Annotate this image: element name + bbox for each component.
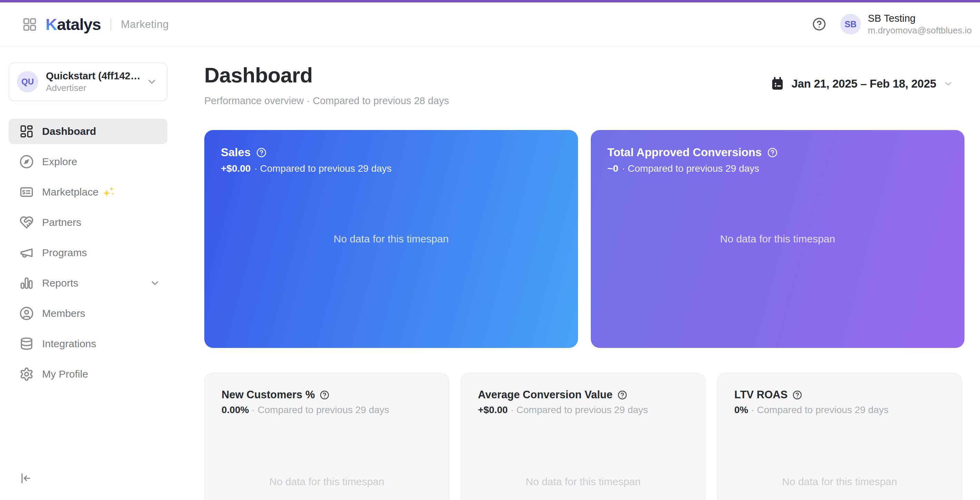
topbar: Katalys Marketing SB SB Testing m.dryomo… (0, 2, 980, 47)
bar-chart-icon (19, 276, 34, 290)
card-metric-line: +$0.00· Compared to previous 29 days (478, 405, 689, 416)
secondary-metric-cards: New Customers % 0.00%· Compared to previ… (204, 373, 962, 500)
empty-state-text: No data for this timespan (204, 233, 578, 245)
sidebar-item-integrations[interactable]: Integrations (9, 331, 167, 357)
hero-metric-cards: Sales +$0.00· Compared to previous 29 da… (204, 130, 964, 348)
account-name: Quickstart (4ff142… (46, 70, 146, 82)
card-title: Sales (221, 146, 251, 159)
conversions-card-header: Total Approved Conversions (607, 146, 948, 159)
sidebar-item-label: Integrations (42, 338, 96, 350)
card-title: Total Approved Conversions (607, 146, 762, 159)
chevron-down-icon (943, 79, 953, 89)
sidebar-item-label: Members (42, 308, 85, 319)
brand-logo[interactable]: Katalys (46, 15, 101, 34)
sidebar-item-my-profile[interactable]: My Profile (9, 361, 167, 387)
user-menu[interactable]: SB SB Testing m.dryomova@softblues.io (840, 12, 972, 37)
sidebar-item-reports[interactable]: Reports (9, 270, 167, 296)
card-value: +$0.00 (221, 163, 251, 174)
card-comparison: · Compared to previous 29 days (511, 405, 648, 415)
account-avatar: QU (17, 71, 38, 92)
sidebar-item-label: Programs (42, 247, 87, 259)
sparkles-icon (102, 185, 116, 199)
card-comparison: · Compared to previous 29 days (622, 163, 759, 174)
card-metric-line: 0.00%· Compared to previous 29 days (221, 405, 432, 416)
sidebar-item-marketplace[interactable]: $ Marketplace (9, 179, 167, 205)
dashboard-icon (19, 124, 34, 139)
date-range-label: Jan 21, 2025 – Feb 18, 2025 (792, 77, 936, 90)
svg-text:$: $ (22, 189, 25, 195)
card-title: New Customers % (221, 389, 315, 401)
apps-grid-icon (22, 17, 37, 32)
new-customers-card: New Customers % 0.00%· Compared to previ… (204, 373, 449, 500)
sidebar-item-label: Explore (42, 156, 77, 168)
help-circle-icon[interactable] (792, 390, 802, 400)
gear-icon (19, 367, 34, 381)
sidebar-item-programs[interactable]: Programs (9, 240, 167, 265)
empty-state-text: No data for this timespan (718, 476, 961, 487)
brand-logo-rest: atalys (57, 15, 101, 34)
product-label: Marketing (121, 18, 169, 31)
sidebar-nav: Dashboard Explore $ Marketplace (9, 119, 167, 387)
sidebar-item-explore[interactable]: Explore (9, 149, 167, 175)
card-title: Average Conversion Value (478, 389, 612, 401)
empty-state-text: No data for this timespan (461, 476, 705, 487)
sidebar: QU Quickstart (4ff142… Advertiser Dashbo… (9, 62, 167, 387)
card-value: +$0.00 (478, 405, 508, 415)
card-metric-line: 0%· Compared to previous 29 days (734, 405, 945, 416)
sidebar-item-label: Partners (42, 217, 81, 228)
chevron-down-icon (150, 278, 161, 289)
help-circle-icon[interactable] (320, 390, 329, 400)
card-title: LTV ROAS (734, 389, 788, 401)
account-info: Quickstart (4ff142… Advertiser (46, 70, 146, 94)
sidebar-item-label: Dashboard (42, 125, 96, 137)
user-circle-icon (19, 306, 34, 321)
logo-divider (110, 18, 111, 31)
sidebar-item-label: Reports (42, 277, 78, 289)
empty-state-text: No data for this timespan (591, 233, 964, 245)
collapse-sidebar-icon (19, 472, 32, 485)
sidebar-item-partners[interactable]: Partners (9, 210, 167, 235)
compass-icon (19, 154, 34, 169)
date-range-picker[interactable]: Jan 21, 2025 – Feb 18, 2025 (770, 76, 953, 91)
page-title: Dashboard (204, 63, 313, 87)
database-icon (19, 337, 34, 351)
card-comparison: · Compared to previous 29 days (254, 163, 391, 174)
sales-card-header: Sales (221, 146, 562, 159)
collapse-sidebar-button[interactable] (19, 472, 32, 485)
card-header: New Customers % (221, 389, 432, 401)
calendar-icon (770, 76, 785, 91)
chevron-down-icon (146, 76, 158, 87)
card-value: ~0 (607, 163, 618, 174)
card-comparison: · Compared to previous 29 days (251, 405, 389, 415)
help-circle-icon[interactable] (767, 147, 778, 158)
card-value: 0.00% (221, 405, 249, 415)
total-approved-conversions-card: Total Approved Conversions ~0· Compared … (591, 130, 964, 348)
card-metric-line: ~0· Compared to previous 29 days (607, 163, 948, 174)
account-role: Advertiser (46, 83, 146, 94)
sidebar-item-members[interactable]: Members (9, 301, 167, 326)
card-metric-line: +$0.00· Compared to previous 29 days (221, 163, 562, 174)
sidebar-item-label: Marketplace (42, 186, 99, 198)
help-circle-icon[interactable] (256, 147, 267, 158)
account-switcher[interactable]: QU Quickstart (4ff142… Advertiser (9, 62, 167, 101)
avatar: SB (840, 14, 861, 35)
average-conversion-value-card: Average Conversion Value +$0.00· Compare… (461, 373, 706, 500)
sidebar-item-dashboard[interactable]: Dashboard (9, 119, 167, 144)
heart-handshake-icon (19, 215, 34, 230)
card-header: LTV ROAS (734, 389, 945, 401)
card-header: Average Conversion Value (478, 389, 689, 401)
user-email: m.dryomova@softblues.io (868, 25, 972, 37)
empty-state-text: No data for this timespan (205, 476, 449, 487)
user-name: SB Testing (868, 12, 972, 25)
card-comparison: · Compared to previous 29 days (751, 405, 888, 415)
help-circle-icon[interactable] (617, 390, 627, 400)
marketplace-icon: $ (19, 185, 34, 199)
apps-grid-button[interactable] (22, 17, 37, 32)
help-circle-icon (812, 17, 826, 32)
sidebar-item-label: My Profile (42, 368, 88, 380)
card-value: 0% (734, 405, 748, 415)
help-button[interactable] (812, 17, 826, 32)
brand-accent-bar (0, 0, 980, 2)
user-info: SB Testing m.dryomova@softblues.io (868, 12, 972, 37)
brand-logo-initial: K (46, 15, 57, 34)
